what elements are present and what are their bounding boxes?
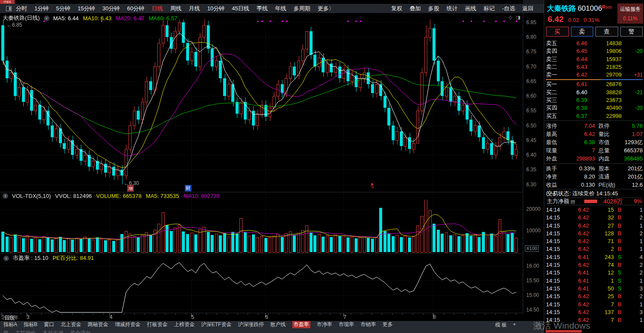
tab-增减持资金[interactable]: 增减持资金 [115,321,141,328]
detail-list-icon[interactable]: ▤ [570,197,575,205]
stats-row: 最低6.38市值1293亿 [546,138,643,146]
ask-row[interactable]: 卖四6.4519806-20 [546,47,643,55]
bid-row[interactable]: 买四6.3840490-20 [546,104,643,112]
financial-report-badge[interactable]: 财 [185,185,191,191]
tick-price: 6.42 [565,230,589,237]
tab-市净率[interactable]: 市净率 [317,321,332,328]
toolbar-action-返回[interactable]: 返回 [522,5,534,12]
toolbar-action-多股[interactable]: 多股 [428,5,439,12]
sector-box[interactable]: 运输服务 0.11% [617,3,643,24]
ask-row[interactable]: 卖二6.4321825 [546,63,643,71]
tick-time: 14:15 [546,253,565,261]
bid-row[interactable]: 买五6.3722998 [546,112,643,120]
tick-price: 6.42 [565,261,589,269]
stock-name: 大秦铁路 [547,4,576,12]
tab-市现率[interactable]: 市现率 [339,321,354,328]
tick-price: 6.42 [565,214,589,222]
pe-tick: 15.00 [526,292,539,298]
toolbar-action-叠加[interactable]: 叠加 [410,5,421,12]
period-item-15分钟[interactable]: 15分钟 [77,5,95,12]
main-capital-flow[interactable]: 主力净额 ▤ 4028万 9% [547,197,643,205]
period-item-更多〉[interactable]: 更多〉 [318,5,334,12]
stat-value: 7.04 [561,122,595,130]
stat-key: 流通 [595,173,615,181]
kline-canvas[interactable] [0,0,523,321]
sell-signal-marker[interactable]: ▴ S [371,182,374,188]
period-item-月线[interactable]: 月线 [189,5,200,12]
collapse-icon[interactable]: ∨ [3,256,9,261]
volume-tick: 10000 [526,228,540,234]
bid-row[interactable]: 买三6.3923673 [546,96,643,104]
tab-指标A[interactable]: 指标A [3,321,17,328]
period-item-周线[interactable]: 周线 [170,5,181,12]
period-item-5分钟[interactable]: 5分钟 [56,5,70,12]
tick-time: 14:15 [546,245,565,253]
toolbar-action-标记[interactable]: 标记 [484,5,495,12]
tick-time: 14:15 [546,285,565,293]
panel-icon[interactable]: ◨ [516,15,520,20]
book-volume: 21825 [587,63,622,71]
tick-row: 14:156.4274B2 [546,261,643,269]
bid-row[interactable]: 买一6.4126876 [546,80,643,88]
trade-button-查[interactable]: 查 [595,27,618,37]
tick-row: 14:156.4232B2 [546,214,643,222]
tick-count: 3 [625,285,643,293]
period-item-60分钟[interactable]: 60分钟 [127,5,144,12]
tab-北上资金[interactable]: 北上资金 [61,321,81,328]
diamond-icon[interactable]: ◇ [509,15,512,20]
template-button[interactable]: 模 板 [495,321,507,329]
period-item-年线[interactable]: 年线 [275,5,286,12]
add-tab-button[interactable]: + [513,321,516,329]
ask-row[interactable]: 卖一6.4229709+31 [546,71,643,79]
price-tick: 6.65 [526,78,536,84]
tab-指标B[interactable]: 指标B [24,321,37,328]
trade-button-买[interactable]: 买 [546,27,569,37]
trade-button-卖[interactable]: 卖 [571,27,594,37]
toolbar-action-复权[interactable]: 复权 [391,5,402,12]
indicator-tabs: 指标A指标B窗口北上资金两融资金增减持资金打板资金上榜资金沪深ETF资金沪深涨跌… [0,321,544,328]
shareholding-increase-badge[interactable]: 增 [127,185,134,191]
book-volume: 14838 [587,40,622,47]
ask-row[interactable]: 卖五6.4614838 [546,40,643,47]
tab-散户线[interactable]: 散户线 [270,321,286,328]
tick-qty: 1 [589,277,614,285]
period-item-分时[interactable]: 分时 [16,5,27,12]
tab-更多[interactable]: 更多 [383,321,393,328]
tab-两融资金[interactable]: 两融资金 [88,321,108,328]
trade-button-警[interactable]: 警 [620,27,643,37]
high-price-marker: ←6.85 [7,22,22,28]
secondary-window-icon[interactable]: ▤ [3,330,8,333]
volume-legend: VOL-TDX(5,10)VVOL: 812496VOLUME: 665378M… [12,193,224,199]
toolbar-action-统计[interactable]: 统计 [447,5,458,12]
tab-打板资金[interactable]: 打板资金 [147,321,168,328]
tab-沪深ETF资金[interactable]: 沪深ETF资金 [201,321,232,328]
tab-上榜资金[interactable]: 上榜资金 [174,321,195,328]
ma-label: MA60: 6.57 [149,15,178,22]
collapse-icon[interactable]: ∨ [3,193,8,199]
toolbar-action-画线[interactable]: 画线 [465,5,476,12]
tab-窗口[interactable]: 窗口 [44,321,54,328]
period-item-多周期[interactable]: 多周期 [294,5,310,12]
bid-row[interactable]: 买二6.4038828-21 [546,89,643,96]
tab-市销率[interactable]: 市销率 [361,321,376,328]
window-layout-icon[interactable] [6,6,12,11]
tick-qty: 137 [589,308,614,316]
secondary-tab-资金流向[interactable]: 资金流向 [70,330,91,333]
period-item-1分钟[interactable]: 1分钟 [34,5,49,12]
toolbar-action--自选[interactable]: -自选 [502,5,515,12]
tick-count: 4 [625,253,643,261]
period-item-30分钟[interactable]: 30分钟 [102,5,120,12]
tab-市盈率[interactable]: 市盈率 [292,321,310,328]
ma-label: MA5: 6.44 [53,15,79,22]
ask-row[interactable]: 卖三6.4415937 [546,56,643,63]
period-item-季线[interactable]: 季线 [257,5,268,12]
period-item-45日线[interactable]: 45日线 [232,5,249,12]
collapse-icon[interactable]: ∨ [44,15,49,21]
secondary-tab-本日实况[interactable]: 本日实况 [43,330,63,333]
book-volume: 26876 [587,80,622,88]
stats-row: 涨停7.04跌停5.76 [546,122,643,130]
tab-沪深涨跌停[interactable]: 沪深涨跌停 [238,321,264,328]
period-item-日线[interactable]: 日线 [152,5,163,12]
period-item-10分钟[interactable]: 10分钟 [207,5,224,12]
secondary-tab-关联报价[interactable]: 关联报价 [15,330,36,333]
